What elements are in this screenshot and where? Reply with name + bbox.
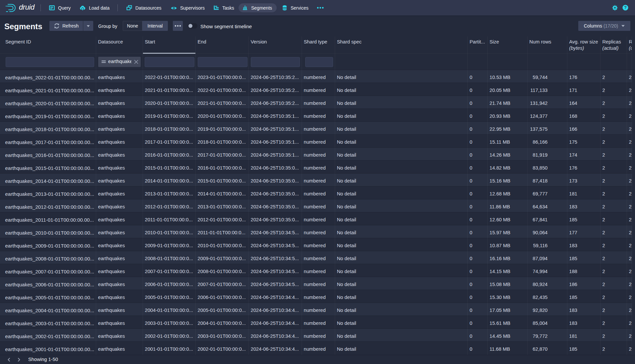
svg-text:?: ? (624, 5, 627, 10)
